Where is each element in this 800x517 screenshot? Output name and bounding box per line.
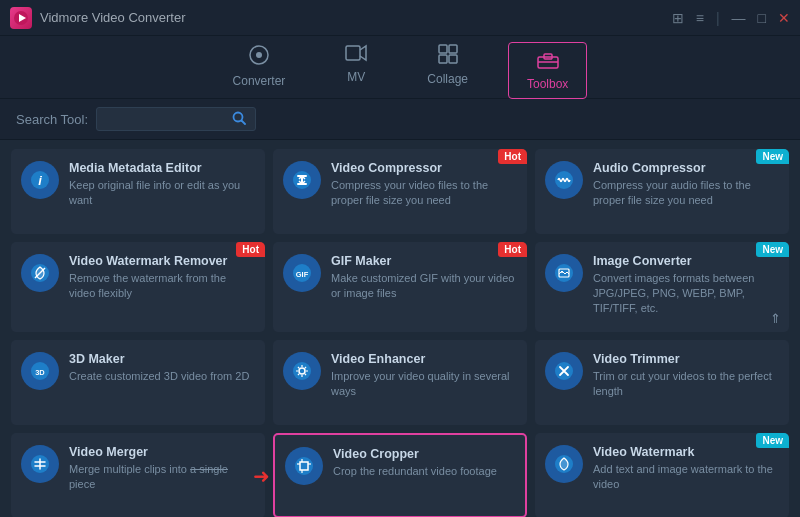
grid-icon[interactable]: ⊞ bbox=[672, 10, 684, 26]
minimize-button[interactable]: — bbox=[732, 10, 746, 26]
tool-card-video-enhancer[interactable]: Video Enhancer Improve your video qualit… bbox=[273, 340, 527, 425]
tool-name-video-cropper: Video Cropper bbox=[333, 447, 515, 461]
tool-info-image-converter: Image Converter Convert images formats b… bbox=[593, 254, 779, 316]
tool-desc-video-enhancer: Improve your video quality in several wa… bbox=[331, 369, 517, 399]
tool-desc-video-trimmer: Trim or cut your videos to the perfect l… bbox=[593, 369, 779, 399]
svg-rect-4 bbox=[346, 46, 360, 60]
tool-icon-video-watermark-remover bbox=[21, 254, 59, 292]
tool-icon-gif-maker: GIF bbox=[283, 254, 321, 292]
tool-icon-media-metadata-editor: i bbox=[21, 161, 59, 199]
tool-info-video-trimmer: Video Trimmer Trim or cut your videos to… bbox=[593, 352, 779, 399]
maximize-button[interactable]: □ bbox=[758, 10, 766, 26]
search-bar: Search Tool: bbox=[0, 99, 800, 140]
separator: | bbox=[716, 10, 720, 26]
badge-gif-maker: Hot bbox=[498, 242, 527, 257]
tool-info-video-enhancer: Video Enhancer Improve your video qualit… bbox=[331, 352, 517, 399]
tab-mv-label: MV bbox=[347, 70, 365, 84]
svg-rect-5 bbox=[439, 45, 447, 53]
svg-rect-7 bbox=[439, 55, 447, 63]
close-button[interactable]: ✕ bbox=[778, 10, 790, 26]
tool-desc-video-merger: Merge multiple clips into a single piece bbox=[69, 462, 255, 492]
tool-name-video-merger: Video Merger bbox=[69, 445, 255, 459]
svg-line-13 bbox=[242, 120, 246, 124]
svg-point-27 bbox=[293, 362, 311, 380]
tool-card-image-converter[interactable]: New Image Converter Convert images forma… bbox=[535, 242, 789, 332]
mv-icon bbox=[345, 44, 367, 67]
tool-card-media-metadata-editor[interactable]: i Media Metadata Editor Keep original fi… bbox=[11, 149, 265, 234]
search-label: Search Tool: bbox=[16, 112, 88, 127]
tool-name-video-trimmer: Video Trimmer bbox=[593, 352, 779, 366]
tool-card-video-watermark-remover[interactable]: Hot Video Watermark Remover Remove the w… bbox=[11, 242, 265, 332]
tool-card-3d-maker[interactable]: 3D 3D Maker Create customized 3D video f… bbox=[11, 340, 265, 425]
tool-name-media-metadata-editor: Media Metadata Editor bbox=[69, 161, 255, 175]
tab-mv[interactable]: MV bbox=[325, 36, 387, 98]
search-icon[interactable] bbox=[232, 111, 246, 128]
tool-name-video-compressor: Video Compressor bbox=[331, 161, 517, 175]
svg-text:i: i bbox=[38, 173, 42, 188]
tab-converter-label: Converter bbox=[233, 74, 286, 88]
svg-text:GIF: GIF bbox=[296, 269, 309, 278]
badge-image-converter: New bbox=[756, 242, 789, 257]
tool-card-video-merger[interactable]: Video Merger Merge multiple clips into a… bbox=[11, 433, 265, 517]
tool-icon-image-converter bbox=[545, 254, 583, 292]
tool-icon-3d-maker: 3D bbox=[21, 352, 59, 390]
tools-grid: i Media Metadata Editor Keep original fi… bbox=[0, 140, 800, 517]
tool-card-audio-compressor[interactable]: New Audio Compressor Compress your audio… bbox=[535, 149, 789, 234]
tool-desc-3d-maker: Create customized 3D video from 2D bbox=[69, 369, 255, 384]
converter-icon bbox=[248, 44, 270, 71]
tool-card-video-compressor[interactable]: Hot Video Compressor Compress your video… bbox=[273, 149, 527, 234]
scroll-hint-icon: ⇑ bbox=[770, 311, 781, 326]
app-logo bbox=[10, 7, 32, 29]
badge-audio-compressor: New bbox=[756, 149, 789, 164]
tool-info-gif-maker: GIF Maker Make customized GIF with your … bbox=[331, 254, 517, 301]
toolbox-icon bbox=[537, 49, 559, 74]
tool-info-video-watermark-remover: Video Watermark Remover Remove the water… bbox=[69, 254, 255, 301]
svg-point-24 bbox=[561, 271, 563, 273]
window-controls: ⊞ ≡ | — □ ✕ bbox=[672, 10, 790, 26]
red-arrow: ➜ bbox=[253, 464, 270, 488]
tool-desc-video-watermark-remover: Remove the watermark from the video flex… bbox=[69, 271, 255, 301]
tab-collage-label: Collage bbox=[427, 72, 468, 86]
tool-name-video-watermark: Video Watermark bbox=[593, 445, 779, 459]
tab-collage[interactable]: Collage bbox=[407, 36, 488, 98]
tool-icon-audio-compressor bbox=[545, 161, 583, 199]
tool-icon-video-trimmer bbox=[545, 352, 583, 390]
tool-card-video-cropper[interactable]: ➜ Video Cropper Crop the redundant video… bbox=[273, 433, 527, 517]
menu-icon[interactable]: ≡ bbox=[696, 10, 704, 26]
tool-card-video-watermark[interactable]: New Video Watermark Add text and image w… bbox=[535, 433, 789, 517]
tool-desc-media-metadata-editor: Keep original file info or edit as you w… bbox=[69, 178, 255, 208]
tab-converter[interactable]: Converter bbox=[213, 36, 306, 98]
tool-info-video-cropper: Video Cropper Crop the redundant video f… bbox=[333, 447, 515, 479]
tab-toolbox[interactable]: Toolbox bbox=[508, 42, 587, 99]
app-title: Vidmore Video Converter bbox=[40, 10, 186, 25]
tool-name-audio-compressor: Audio Compressor bbox=[593, 161, 779, 175]
title-bar: Vidmore Video Converter ⊞ ≡ | — □ ✕ bbox=[0, 0, 800, 36]
tool-icon-video-compressor bbox=[283, 161, 321, 199]
svg-point-3 bbox=[256, 52, 262, 58]
nav-tabs: Converter MV Collage bbox=[0, 36, 800, 99]
badge-video-compressor: Hot bbox=[498, 149, 527, 164]
tool-name-gif-maker: GIF Maker bbox=[331, 254, 517, 268]
tool-name-video-watermark-remover: Video Watermark Remover bbox=[69, 254, 255, 268]
tool-icon-video-enhancer bbox=[283, 352, 321, 390]
tool-desc-gif-maker: Make customized GIF with your video or i… bbox=[331, 271, 517, 301]
badge-video-watermark-remover: Hot bbox=[236, 242, 265, 257]
svg-text:3D: 3D bbox=[35, 368, 45, 377]
tool-info-media-metadata-editor: Media Metadata Editor Keep original file… bbox=[69, 161, 255, 208]
tool-name-image-converter: Image Converter bbox=[593, 254, 779, 268]
tool-card-gif-maker[interactable]: Hot GIF GIF Maker Make customized GIF wi… bbox=[273, 242, 527, 332]
tool-desc-image-converter: Convert images formats between JPG/JPEG,… bbox=[593, 271, 779, 316]
tool-desc-audio-compressor: Compress your audio files to the proper … bbox=[593, 178, 779, 208]
svg-rect-6 bbox=[449, 45, 457, 53]
tool-desc-video-watermark: Add text and image watermark to the vide… bbox=[593, 462, 779, 492]
svg-point-31 bbox=[295, 457, 313, 475]
title-bar-left: Vidmore Video Converter bbox=[10, 7, 186, 29]
tool-name-video-enhancer: Video Enhancer bbox=[331, 352, 517, 366]
tool-info-video-compressor: Video Compressor Compress your video fil… bbox=[331, 161, 517, 208]
tool-info-audio-compressor: Audio Compressor Compress your audio fil… bbox=[593, 161, 779, 208]
tool-icon-video-watermark bbox=[545, 445, 583, 483]
tool-card-video-trimmer[interactable]: Video Trimmer Trim or cut your videos to… bbox=[535, 340, 789, 425]
tool-info-video-merger: Video Merger Merge multiple clips into a… bbox=[69, 445, 255, 492]
tool-icon-video-cropper bbox=[285, 447, 323, 485]
tool-desc-video-cropper: Crop the redundant video footage bbox=[333, 464, 515, 479]
